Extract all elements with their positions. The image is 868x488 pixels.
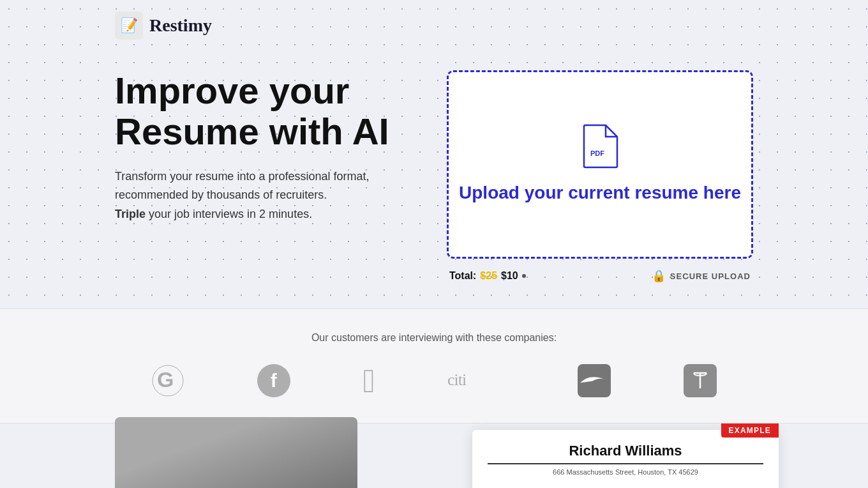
apple-icon:  bbox=[363, 362, 375, 400]
hero-title: Improve your Resume with AI bbox=[115, 70, 408, 152]
resume-name: Richard Williams bbox=[488, 443, 763, 459]
tesla-box bbox=[684, 364, 717, 397]
bottom-section: EXAMPLE Richard Williams 666 Massachuset… bbox=[0, 423, 868, 488]
upload-box[interactable]: PDF Upload your current resume here bbox=[447, 70, 753, 259]
resume-photo bbox=[115, 417, 357, 488]
companies-label: Our customers are interviewing with thes… bbox=[115, 332, 753, 344]
nike-box bbox=[578, 364, 611, 397]
upload-text: Upload your current resume here bbox=[459, 181, 741, 204]
companies-logos: G f  citi bbox=[115, 362, 753, 400]
bottom-left bbox=[0, 423, 472, 488]
hero-section: Improve your Resume with AI Transform yo… bbox=[0, 51, 868, 309]
resume-photo-placeholder bbox=[115, 417, 357, 488]
pdf-icon: PDF bbox=[581, 124, 618, 171]
citi-logo: citi bbox=[447, 366, 505, 396]
facebook-circle: f bbox=[257, 364, 290, 397]
pricing-left: Total: $25 $10 bbox=[449, 270, 526, 282]
resume-preview: Richard Williams 666 Massachusetts Stree… bbox=[472, 430, 779, 488]
resume-divider bbox=[488, 463, 763, 464]
svg-text:PDF: PDF bbox=[590, 149, 604, 157]
pricing-row: Total: $25 $10 🔒 SECURE UPLOAD bbox=[447, 269, 753, 283]
hero-left: Improve your Resume with AI Transform yo… bbox=[115, 70, 408, 224]
lock-icon: 🔒 bbox=[652, 269, 666, 283]
svg-text:G: G bbox=[157, 367, 174, 392]
tesla-logo bbox=[684, 364, 717, 397]
google-logo: G bbox=[151, 364, 184, 397]
bottom-right: EXAMPLE Richard Williams 666 Massachuset… bbox=[472, 423, 779, 488]
hero-bold: Triple bbox=[115, 208, 146, 220]
apple-logo:  bbox=[363, 362, 375, 400]
price-new: $10 bbox=[501, 270, 518, 282]
header: 📝 Restimy bbox=[0, 0, 868, 51]
nike-logo bbox=[578, 364, 611, 397]
companies-section: Our customers are interviewing with thes… bbox=[0, 309, 868, 423]
svg-text:citi: citi bbox=[447, 370, 467, 389]
dot-separator bbox=[522, 274, 526, 278]
facebook-logo: f bbox=[257, 364, 290, 397]
hero-description: Transform your resume into a professiona… bbox=[115, 167, 408, 224]
logo-text: Restimy bbox=[149, 15, 212, 36]
example-badge: EXAMPLE bbox=[721, 423, 779, 438]
price-old: $25 bbox=[480, 270, 497, 282]
logo-icon: 📝 bbox=[115, 11, 143, 40]
resume-address: 666 Massachusetts Street, Houston, TX 45… bbox=[488, 468, 763, 476]
secure-upload: 🔒 SECURE UPLOAD bbox=[652, 269, 751, 283]
price-label: Total: bbox=[449, 270, 476, 282]
hero-right: PDF Upload your current resume here Tota… bbox=[447, 70, 753, 283]
citi-text: citi bbox=[447, 366, 505, 396]
